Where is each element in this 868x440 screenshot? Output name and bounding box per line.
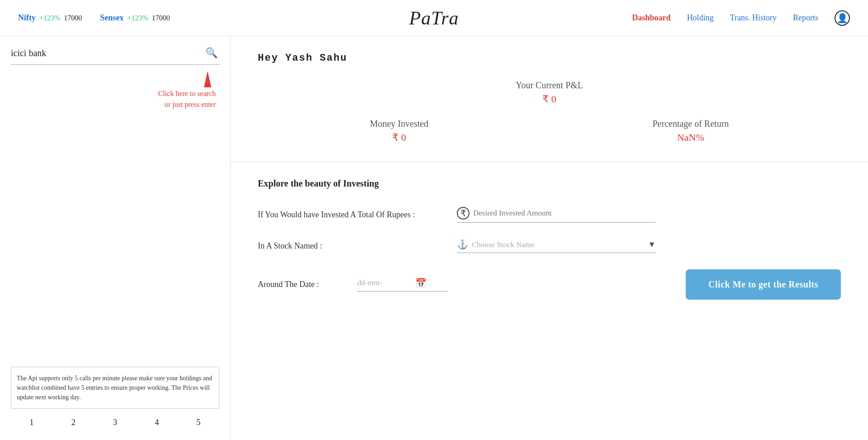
stock-row: In A Stock Named : ⚓ Choose Stock Name ▼ — [258, 239, 841, 253]
date-left: Around The Date : 📅 — [258, 277, 448, 292]
sidebar: 🔍 Click here to searchor just press ente… — [0, 36, 231, 440]
invest-section: Explore the beauty of Investing If You W… — [231, 162, 868, 318]
nifty-value: 17000 — [64, 14, 82, 22]
top-bar: Nifty +123% 17000 Sensex +123% 17000 PaT… — [0, 0, 868, 36]
desired-amount-input[interactable] — [473, 209, 656, 218]
pagination: 1 2 3 4 5 — [11, 409, 219, 431]
sensex-value: 17000 — [152, 14, 170, 22]
user-avatar[interactable]: 👤 — [835, 10, 850, 26]
date-input[interactable] — [357, 278, 412, 287]
sidebar-footer: The Api supports only 5 calls per minute… — [11, 367, 219, 431]
invest-title: Explore the beauty of Investing — [258, 178, 841, 189]
date-row: Around The Date : 📅 Click Me to get the … — [258, 269, 841, 300]
pct-return-label: Percentage of Return — [652, 119, 729, 129]
pnl-value: ₹ 0 — [258, 93, 841, 105]
market-tickers: Nifty +123% 17000 Sensex +123% 17000 — [18, 13, 170, 23]
arrow-up-icon — [204, 71, 211, 87]
dashboard-section: Hey Yash Sahu Your Current P&L ₹ 0 Money… — [231, 36, 868, 162]
page-4[interactable]: 4 — [151, 416, 162, 429]
date-label: Around The Date : — [258, 280, 348, 289]
search-button[interactable]: 🔍 — [204, 45, 219, 61]
app-logo: PaTra — [409, 7, 459, 29]
calendar-icon[interactable]: 📅 — [415, 277, 427, 288]
page-3[interactable]: 3 — [109, 416, 121, 429]
bookmark-icon: ⚓ — [457, 239, 468, 250]
avatar-icon: 👤 — [837, 13, 848, 24]
cta-button[interactable]: Click Me to get the Results — [686, 269, 841, 300]
page-2[interactable]: 2 — [68, 416, 79, 429]
nav-links: Dashboard Holding Trans. History Reports… — [632, 10, 850, 26]
greeting: Hey Yash Sahu — [258, 53, 841, 64]
main-layout: 🔍 Click here to searchor just press ente… — [0, 36, 868, 440]
nav-holding[interactable]: Holding — [687, 13, 714, 23]
search-hint-text: Click here to searchor just press enter — [158, 88, 216, 110]
pnl-label: Your Current P&L — [258, 80, 841, 91]
date-input-wrapper: 📅 — [357, 277, 448, 292]
nav-trans-history[interactable]: Trans. History — [730, 13, 777, 23]
stats-row: Money Invested ₹ 0 Percentage of Return … — [258, 119, 841, 143]
content-area: Hey Yash Sahu Your Current P&L ₹ 0 Money… — [231, 36, 868, 440]
search-input[interactable] — [11, 48, 204, 58]
pct-return-value: NaN% — [652, 132, 729, 143]
nifty-label: Nifty — [18, 13, 36, 23]
chevron-down-icon: ▼ — [648, 240, 656, 249]
stock-select-wrapper: ⚓ Choose Stock Name ▼ — [457, 239, 656, 253]
sensex-label: Sensex — [100, 13, 123, 23]
rupee-circle-icon: ₹ — [457, 207, 470, 220]
money-invested-block: Money Invested ₹ 0 — [370, 119, 428, 143]
nifty-ticker: Nifty +123% 17000 — [18, 13, 82, 23]
pct-return-block: Percentage of Return NaN% — [652, 119, 729, 143]
search-hint: Click here to searchor just press enter — [11, 71, 219, 110]
stock-label: In A Stock Named : — [258, 241, 448, 251]
search-icon: 🔍 — [205, 47, 218, 58]
money-invested-value: ₹ 0 — [370, 132, 428, 143]
nav-reports[interactable]: Reports — [793, 13, 818, 23]
pnl-center: Your Current P&L ₹ 0 — [258, 80, 841, 105]
stock-select[interactable]: Choose Stock Name — [472, 240, 648, 249]
search-row: 🔍 — [11, 45, 219, 65]
rupees-label: If You Would have Invested A Total Of Ru… — [258, 210, 448, 220]
page-1[interactable]: 1 — [26, 416, 38, 429]
rupees-input-wrapper: ₹ — [457, 207, 656, 223]
page-5[interactable]: 5 — [193, 416, 204, 429]
nav-dashboard[interactable]: Dashboard — [632, 13, 671, 23]
rupees-row: If You Would have Invested A Total Of Ru… — [258, 207, 841, 223]
sensex-ticker: Sensex +123% 17000 — [100, 13, 170, 23]
api-notice: The Api supports only 5 calls per minute… — [11, 367, 219, 409]
sensex-change: +123% — [127, 14, 148, 22]
money-invested-label: Money Invested — [370, 119, 428, 129]
nifty-change: +123% — [39, 14, 60, 22]
